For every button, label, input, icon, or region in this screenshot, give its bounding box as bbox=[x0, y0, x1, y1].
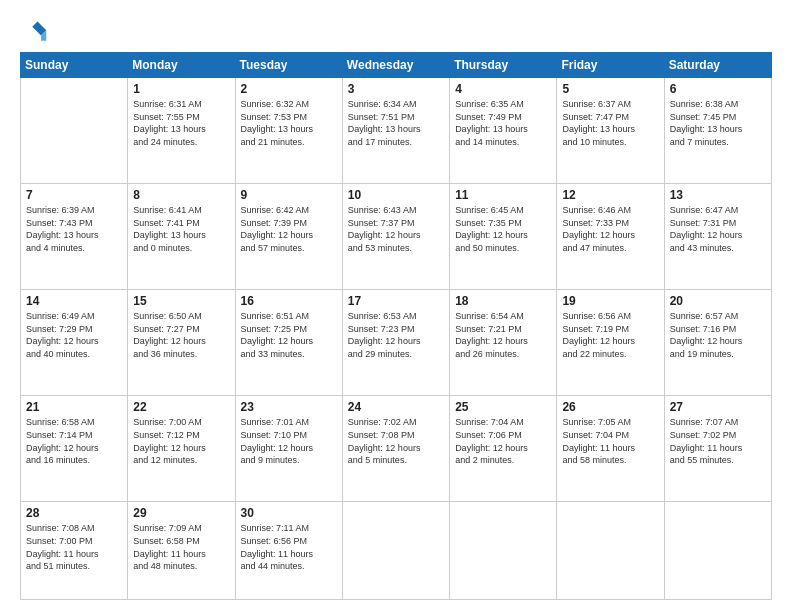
cell-line-1: Sunset: 7:47 PM bbox=[562, 111, 658, 124]
cell-line-3: and 43 minutes. bbox=[670, 242, 766, 255]
week-row-4: 21Sunrise: 6:58 AMSunset: 7:14 PMDayligh… bbox=[21, 396, 772, 502]
day-number: 14 bbox=[26, 294, 122, 308]
cell-line-3: and 9 minutes. bbox=[241, 454, 337, 467]
cell-line-0: Sunrise: 6:49 AM bbox=[26, 310, 122, 323]
cell-line-2: Daylight: 12 hours bbox=[670, 335, 766, 348]
day-number: 4 bbox=[455, 82, 551, 96]
day-number: 28 bbox=[26, 506, 122, 520]
cell-line-1: Sunset: 7:27 PM bbox=[133, 323, 229, 336]
cell-line-2: Daylight: 11 hours bbox=[133, 548, 229, 561]
calendar-cell bbox=[664, 502, 771, 600]
calendar-cell: 3Sunrise: 6:34 AMSunset: 7:51 PMDaylight… bbox=[342, 78, 449, 184]
day-number: 3 bbox=[348, 82, 444, 96]
cell-line-0: Sunrise: 6:58 AM bbox=[26, 416, 122, 429]
cell-line-2: Daylight: 12 hours bbox=[241, 335, 337, 348]
weekday-header-sunday: Sunday bbox=[21, 53, 128, 78]
cell-line-1: Sunset: 7:19 PM bbox=[562, 323, 658, 336]
cell-line-0: Sunrise: 6:47 AM bbox=[670, 204, 766, 217]
cell-line-0: Sunrise: 6:34 AM bbox=[348, 98, 444, 111]
day-number: 6 bbox=[670, 82, 766, 96]
weekday-header-thursday: Thursday bbox=[450, 53, 557, 78]
cell-line-1: Sunset: 7:06 PM bbox=[455, 429, 551, 442]
cell-line-1: Sunset: 7:14 PM bbox=[26, 429, 122, 442]
cell-line-0: Sunrise: 7:01 AM bbox=[241, 416, 337, 429]
calendar-cell: 27Sunrise: 7:07 AMSunset: 7:02 PMDayligh… bbox=[664, 396, 771, 502]
cell-line-3: and 50 minutes. bbox=[455, 242, 551, 255]
cell-line-0: Sunrise: 7:08 AM bbox=[26, 522, 122, 535]
calendar-cell: 5Sunrise: 6:37 AMSunset: 7:47 PMDaylight… bbox=[557, 78, 664, 184]
calendar-cell: 8Sunrise: 6:41 AMSunset: 7:41 PMDaylight… bbox=[128, 184, 235, 290]
cell-line-2: Daylight: 12 hours bbox=[455, 229, 551, 242]
cell-line-1: Sunset: 7:00 PM bbox=[26, 535, 122, 548]
cell-line-1: Sunset: 7:29 PM bbox=[26, 323, 122, 336]
day-number: 15 bbox=[133, 294, 229, 308]
calendar-cell: 15Sunrise: 6:50 AMSunset: 7:27 PMDayligh… bbox=[128, 290, 235, 396]
cell-line-3: and 48 minutes. bbox=[133, 560, 229, 573]
cell-line-0: Sunrise: 6:42 AM bbox=[241, 204, 337, 217]
cell-line-0: Sunrise: 6:45 AM bbox=[455, 204, 551, 217]
cell-line-2: Daylight: 13 hours bbox=[348, 123, 444, 136]
calendar-cell: 25Sunrise: 7:04 AMSunset: 7:06 PMDayligh… bbox=[450, 396, 557, 502]
day-number: 19 bbox=[562, 294, 658, 308]
day-number: 16 bbox=[241, 294, 337, 308]
cell-line-3: and 22 minutes. bbox=[562, 348, 658, 361]
day-number: 2 bbox=[241, 82, 337, 96]
day-number: 24 bbox=[348, 400, 444, 414]
calendar-cell: 18Sunrise: 6:54 AMSunset: 7:21 PMDayligh… bbox=[450, 290, 557, 396]
week-row-3: 14Sunrise: 6:49 AMSunset: 7:29 PMDayligh… bbox=[21, 290, 772, 396]
calendar-cell: 23Sunrise: 7:01 AMSunset: 7:10 PMDayligh… bbox=[235, 396, 342, 502]
weekday-header-wednesday: Wednesday bbox=[342, 53, 449, 78]
cell-line-0: Sunrise: 7:00 AM bbox=[133, 416, 229, 429]
day-number: 13 bbox=[670, 188, 766, 202]
cell-line-1: Sunset: 7:08 PM bbox=[348, 429, 444, 442]
weekday-header-row: SundayMondayTuesdayWednesdayThursdayFrid… bbox=[21, 53, 772, 78]
calendar-cell: 24Sunrise: 7:02 AMSunset: 7:08 PMDayligh… bbox=[342, 396, 449, 502]
calendar-cell: 20Sunrise: 6:57 AMSunset: 7:16 PMDayligh… bbox=[664, 290, 771, 396]
cell-line-3: and 44 minutes. bbox=[241, 560, 337, 573]
cell-line-0: Sunrise: 6:32 AM bbox=[241, 98, 337, 111]
day-number: 12 bbox=[562, 188, 658, 202]
calendar-cell bbox=[557, 502, 664, 600]
cell-line-1: Sunset: 7:43 PM bbox=[26, 217, 122, 230]
cell-line-0: Sunrise: 6:53 AM bbox=[348, 310, 444, 323]
cell-line-3: and 33 minutes. bbox=[241, 348, 337, 361]
cell-line-0: Sunrise: 7:04 AM bbox=[455, 416, 551, 429]
cell-line-2: Daylight: 13 hours bbox=[455, 123, 551, 136]
day-number: 10 bbox=[348, 188, 444, 202]
day-number: 11 bbox=[455, 188, 551, 202]
day-number: 26 bbox=[562, 400, 658, 414]
cell-line-0: Sunrise: 7:09 AM bbox=[133, 522, 229, 535]
cell-line-1: Sunset: 7:31 PM bbox=[670, 217, 766, 230]
day-number: 30 bbox=[241, 506, 337, 520]
logo-icon bbox=[20, 18, 48, 46]
day-number: 23 bbox=[241, 400, 337, 414]
weekday-header-tuesday: Tuesday bbox=[235, 53, 342, 78]
day-number: 5 bbox=[562, 82, 658, 96]
cell-line-3: and 12 minutes. bbox=[133, 454, 229, 467]
cell-line-2: Daylight: 12 hours bbox=[348, 335, 444, 348]
day-number: 17 bbox=[348, 294, 444, 308]
cell-line-2: Daylight: 12 hours bbox=[26, 335, 122, 348]
cell-line-2: Daylight: 12 hours bbox=[133, 335, 229, 348]
cell-line-2: Daylight: 12 hours bbox=[133, 442, 229, 455]
calendar-cell: 28Sunrise: 7:08 AMSunset: 7:00 PMDayligh… bbox=[21, 502, 128, 600]
cell-line-0: Sunrise: 6:43 AM bbox=[348, 204, 444, 217]
cell-line-3: and 29 minutes. bbox=[348, 348, 444, 361]
day-number: 18 bbox=[455, 294, 551, 308]
calendar-cell bbox=[450, 502, 557, 600]
cell-line-2: Daylight: 13 hours bbox=[133, 123, 229, 136]
day-number: 8 bbox=[133, 188, 229, 202]
cell-line-1: Sunset: 7:39 PM bbox=[241, 217, 337, 230]
cell-line-1: Sunset: 7:53 PM bbox=[241, 111, 337, 124]
calendar-cell: 30Sunrise: 7:11 AMSunset: 6:56 PMDayligh… bbox=[235, 502, 342, 600]
cell-line-1: Sunset: 7:45 PM bbox=[670, 111, 766, 124]
cell-line-3: and 14 minutes. bbox=[455, 136, 551, 149]
cell-line-0: Sunrise: 6:56 AM bbox=[562, 310, 658, 323]
cell-line-1: Sunset: 7:12 PM bbox=[133, 429, 229, 442]
cell-line-2: Daylight: 11 hours bbox=[26, 548, 122, 561]
weekday-header-friday: Friday bbox=[557, 53, 664, 78]
day-number: 25 bbox=[455, 400, 551, 414]
cell-line-3: and 17 minutes. bbox=[348, 136, 444, 149]
cell-line-3: and 10 minutes. bbox=[562, 136, 658, 149]
cell-line-2: Daylight: 12 hours bbox=[26, 442, 122, 455]
